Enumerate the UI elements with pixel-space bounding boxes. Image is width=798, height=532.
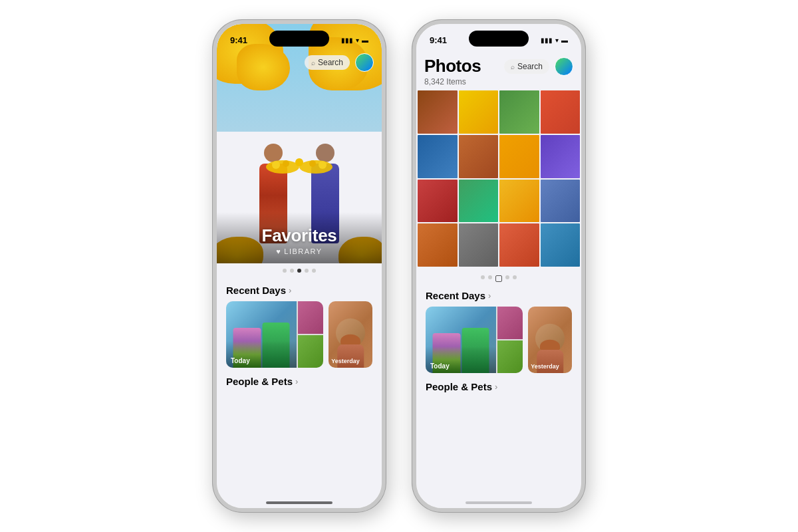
left-screen: 9:41 ▮▮▮ ▾ ▬ ⌕ Search [217, 24, 382, 508]
right-recent-days-chevron: › [488, 291, 491, 301]
right-signal-icon: ▮▮▮ [541, 37, 553, 44]
left-face [336, 319, 365, 348]
right-battery-icon: ▬ [561, 37, 568, 44]
grid-cell-6[interactable] [459, 135, 499, 178]
left-page-dots [217, 263, 382, 278]
right-today-card[interactable]: Today [426, 307, 523, 373]
right-dot-1[interactable] [481, 275, 485, 279]
wifi-icon: ▾ [356, 37, 359, 44]
left-hero-title: Favorites [227, 225, 371, 246]
right-photos-title: Photos [424, 56, 573, 76]
left-today-side-1 [298, 301, 323, 334]
left-recent-days-chevron: › [289, 285, 291, 295]
svg-point-0 [266, 160, 299, 174]
left-search-label: Search [318, 58, 343, 67]
right-today-side-2 [497, 340, 523, 373]
left-recent-row: Today Yesterday [226, 301, 372, 368]
svg-point-1 [299, 160, 332, 174]
left-yesterday-card[interactable]: Yesterday [329, 301, 372, 368]
garland-svg [259, 157, 339, 177]
right-home-bar [466, 501, 532, 504]
grid-cell-12[interactable] [541, 180, 581, 223]
left-people-pets-chevron: › [295, 376, 298, 386]
dot-1[interactable] [283, 269, 287, 273]
svg-point-6 [319, 161, 327, 169]
svg-point-4 [295, 158, 303, 166]
grid-cell-13[interactable] [418, 223, 458, 267]
signal-icon: ▮▮▮ [341, 37, 353, 44]
right-yesterday-label: Yesterday [531, 363, 559, 370]
right-bottom-content: Recent Days › [416, 283, 581, 392]
grid-cell-1[interactable] [418, 90, 458, 134]
right-people-pets-header[interactable]: People & Pets › [426, 373, 572, 392]
left-today-side-2 [298, 335, 323, 368]
left-home-bar [266, 501, 332, 504]
right-photo-grid [416, 90, 581, 267]
grid-cell-11[interactable] [499, 180, 539, 223]
right-recent-row: Today Yesterday [426, 307, 572, 373]
right-screen: 9:41 ▮▮▮ ▾ ▬ Photos 8,342 Items ⌕ Search [416, 24, 581, 508]
grid-cell-14[interactable] [459, 223, 499, 267]
svg-point-2 [272, 161, 280, 169]
left-hero-subtitle: ♥ LIBRARY [227, 247, 371, 255]
left-yesterday-label: Yesterday [331, 358, 360, 364]
grid-cell-8[interactable] [541, 135, 581, 178]
left-today-side-imgs [298, 301, 323, 368]
right-today-side-1 [497, 307, 523, 339]
left-hero-overlay: Favorites ♥ LIBRARY [217, 212, 382, 263]
left-search-button[interactable]: ⌕ Search [305, 55, 350, 70]
dot-2[interactable] [290, 269, 294, 273]
left-status-time: 9:41 [230, 33, 247, 45]
left-people-pets-title: People & Pets [226, 376, 293, 387]
dot-5[interactable] [312, 269, 316, 273]
heart-icon: ♥ [276, 247, 281, 255]
dot-3-active[interactable] [297, 269, 301, 273]
search-icon-left: ⌕ [311, 59, 315, 66]
svg-point-5 [309, 160, 316, 167]
right-yesterday-card[interactable]: Yesterday [528, 307, 572, 373]
left-inner-navbar: ⌕ Search [217, 53, 382, 72]
right-dot-2[interactable] [488, 275, 492, 279]
dynamic-island-right [469, 31, 529, 47]
grid-cell-10[interactable] [459, 180, 499, 223]
left-recent-days-title: Recent Days [226, 285, 286, 296]
library-label: LIBRARY [284, 247, 322, 255]
grid-cell-4[interactable] [541, 90, 581, 134]
left-bottom-content: Recent Days › [217, 278, 382, 387]
left-people-pets-header[interactable]: People & Pets › [226, 368, 372, 387]
left-phone: 9:41 ▮▮▮ ▾ ▬ ⌕ Search [213, 20, 386, 512]
left-today-card[interactable]: Today [226, 301, 323, 368]
right-wifi-icon: ▾ [555, 37, 559, 44]
left-today-label: Today [231, 357, 250, 364]
right-dot-3-active[interactable] [495, 275, 502, 282]
right-people-pets-title: People & Pets [426, 381, 492, 392]
right-people-pets-chevron: › [495, 382, 497, 392]
grid-cell-9[interactable] [418, 180, 458, 223]
right-dot-5[interactable] [513, 275, 517, 279]
right-status-icons: ▮▮▮ ▾ ▬ [541, 34, 568, 44]
left-recent-days-header[interactable]: Recent Days › [226, 278, 372, 301]
left-status-icons: ▮▮▮ ▾ ▬ [341, 34, 368, 44]
dot-4[interactable] [305, 269, 309, 273]
dynamic-island-left [269, 31, 329, 47]
grid-cell-15[interactable] [499, 223, 539, 267]
grid-cell-7[interactable] [499, 135, 539, 178]
svg-point-3 [283, 160, 289, 167]
right-dot-4[interactable] [505, 275, 509, 279]
grid-cell-3[interactable] [499, 90, 539, 134]
right-recent-days-title: Recent Days [426, 290, 485, 301]
right-recent-days-header[interactable]: Recent Days › [426, 283, 572, 307]
right-today-label: Today [430, 362, 450, 370]
left-avatar[interactable] [355, 53, 374, 72]
right-photos-count: 8,342 Items [424, 77, 573, 86]
right-phone: 9:41 ▮▮▮ ▾ ▬ Photos 8,342 Items ⌕ Search [412, 20, 585, 512]
battery-icon: ▬ [362, 37, 368, 44]
right-face [535, 324, 565, 353]
right-status-time: 9:41 [430, 33, 447, 45]
grid-cell-16[interactable] [541, 223, 581, 267]
right-today-side-imgs [497, 307, 523, 373]
grid-cell-2[interactable] [459, 90, 499, 134]
right-photos-header: Photos 8,342 Items [416, 53, 581, 86]
grid-cell-5[interactable] [418, 135, 458, 178]
